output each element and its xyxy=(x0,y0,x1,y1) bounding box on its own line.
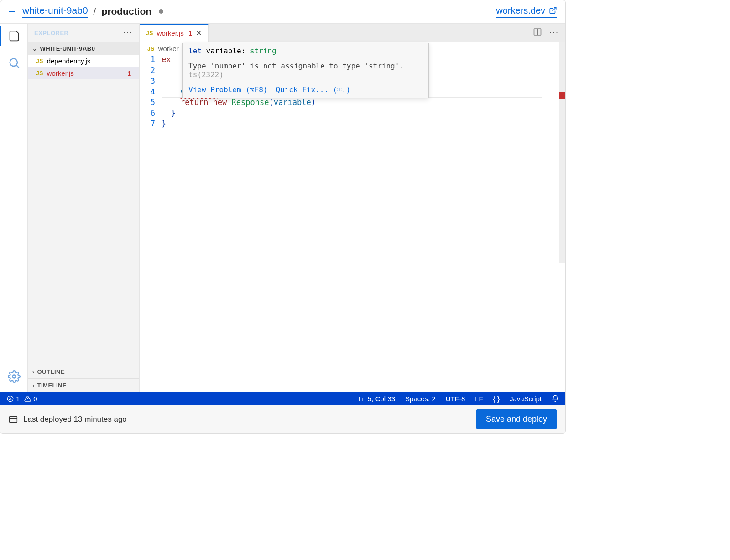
editor-scrollbar[interactable] xyxy=(559,42,565,263)
timeline-section-toggle[interactable]: › TIMELINE xyxy=(28,378,139,392)
chevron-right-icon: › xyxy=(32,369,35,375)
editor-tab[interactable]: JS worker.js 1 ✕ xyxy=(140,24,209,42)
code-text: new xyxy=(213,98,227,107)
view-problem-link[interactable]: View Problem (⌥F8) xyxy=(188,85,267,94)
svg-point-1 xyxy=(10,59,17,66)
breadcrumb-separator: / xyxy=(94,6,96,17)
hover-colon: : xyxy=(241,47,246,55)
code-content[interactable]: ex variable = 900 return new Response(va… xyxy=(162,54,565,392)
status-encoding[interactable]: UTF-8 xyxy=(446,395,465,403)
line-number: 4 xyxy=(140,87,155,98)
split-editor-icon[interactable] xyxy=(533,27,542,38)
error-icon xyxy=(7,395,14,402)
hover-message: Type 'number' is not assignable to type … xyxy=(183,58,428,82)
code-text: return xyxy=(180,98,208,107)
error-count: 1 xyxy=(16,395,20,403)
js-file-icon: JS xyxy=(146,30,153,37)
line-number: 1 xyxy=(140,54,155,65)
editor-more-button[interactable]: ··· xyxy=(549,28,559,37)
status-errors[interactable]: 1 xyxy=(7,395,20,403)
quick-fix-link[interactable]: Quick Fix... (⌘.) xyxy=(276,85,350,94)
explorer-sidebar: EXPLORER ··· ⌄ WHITE-UNIT-9AB0 JS depend… xyxy=(28,24,140,392)
status-language-icon: { } xyxy=(493,395,500,403)
svg-point-3 xyxy=(12,375,16,378)
file-row-dependency[interactable]: JS dependency.js xyxy=(28,55,139,67)
explorer-more-button[interactable]: ··· xyxy=(123,28,133,38)
status-cursor[interactable]: Ln 5, Col 33 xyxy=(358,395,395,403)
code-text: Response xyxy=(232,98,269,107)
hover-kw: let xyxy=(188,47,202,55)
code-editor[interactable]: 1 2 3 4 5 6 7 ex variable = 900 return n… xyxy=(140,54,565,392)
file-name: worker.js xyxy=(47,69,74,77)
status-language[interactable]: JavaScript xyxy=(510,395,542,403)
project-link[interactable]: white-unit-9ab0 xyxy=(22,5,88,18)
code-text: variable xyxy=(274,98,311,107)
hover-signature: let variable: string xyxy=(183,43,428,58)
browser-icon xyxy=(9,415,18,424)
status-bar: 1 0 Ln 5, Col 33 Spaces: 2 UTF-8 LF { } … xyxy=(0,392,565,405)
line-number: 5 xyxy=(140,97,155,108)
workers-link-label: workers.dev xyxy=(496,5,545,16)
folder-name: WHITE-UNIT-9AB0 xyxy=(40,45,95,52)
hover-message-text: Type 'number' is not assignable to type … xyxy=(188,62,404,70)
js-file-icon: JS xyxy=(147,46,155,52)
outline-section-toggle[interactable]: › OUTLINE xyxy=(28,365,139,378)
line-gutter: 1 2 3 4 5 6 7 xyxy=(140,54,162,392)
status-eol[interactable]: LF xyxy=(475,395,483,403)
svg-rect-11 xyxy=(10,416,17,422)
status-bell-icon[interactable] xyxy=(552,395,559,402)
chevron-right-icon: › xyxy=(32,382,35,389)
warning-icon xyxy=(24,395,31,402)
tab-error-count: 1 xyxy=(188,29,192,37)
file-name: dependency.js xyxy=(47,57,91,65)
tab-filename: worker.js xyxy=(157,29,184,37)
search-activity-button[interactable] xyxy=(8,57,21,71)
workers-dev-link[interactable]: workers.dev xyxy=(496,5,557,18)
last-deployed-text: Last deployed 13 minutes ago xyxy=(23,415,127,424)
error-hover-popup: let variable: string Type 'number' is no… xyxy=(182,43,429,98)
chevron-down-icon: ⌄ xyxy=(32,46,37,52)
timeline-label: TIMELINE xyxy=(37,382,67,389)
line-number: 6 xyxy=(140,108,155,119)
save-deploy-button[interactable]: Save and deploy xyxy=(476,409,557,429)
folder-toggle[interactable]: ⌄ WHITE-UNIT-9AB0 xyxy=(28,42,139,55)
svg-line-0 xyxy=(553,7,556,11)
line-number: 2 xyxy=(140,65,155,76)
hover-type: string xyxy=(250,47,276,55)
back-arrow-icon[interactable]: ← xyxy=(7,5,17,17)
breadcrumb-file: worker xyxy=(158,45,179,52)
tab-close-icon[interactable]: ✕ xyxy=(196,29,202,37)
ts-error-code: ts(2322) xyxy=(188,70,224,79)
code-text: ex xyxy=(162,55,171,64)
warning-count: 0 xyxy=(33,395,37,403)
environment-label: production xyxy=(101,6,151,17)
status-indent[interactable]: Spaces: 2 xyxy=(405,395,436,403)
breadcrumb: ← white-unit-9ab0 / production xyxy=(7,5,163,18)
outline-label: OUTLINE xyxy=(37,368,65,375)
dirty-indicator-icon xyxy=(159,9,163,14)
file-row-worker[interactable]: JS worker.js 1 xyxy=(28,67,139,79)
explorer-activity-button[interactable] xyxy=(8,30,21,45)
minimap-error-marker[interactable] xyxy=(559,92,565,99)
line-number: 3 xyxy=(140,76,155,87)
deploy-footer: Last deployed 13 minutes ago Save and de… xyxy=(0,405,565,433)
settings-activity-button[interactable] xyxy=(8,370,21,385)
js-file-icon: JS xyxy=(36,70,43,77)
status-warnings[interactable]: 0 xyxy=(24,395,37,403)
error-count-badge: 1 xyxy=(127,70,134,77)
svg-line-2 xyxy=(16,65,19,68)
explorer-title: EXPLORER xyxy=(34,30,69,37)
external-link-icon xyxy=(549,6,557,15)
activity-bar xyxy=(0,24,28,392)
js-file-icon: JS xyxy=(36,58,43,64)
hover-var: variable xyxy=(206,47,241,55)
line-number: 7 xyxy=(140,119,155,130)
